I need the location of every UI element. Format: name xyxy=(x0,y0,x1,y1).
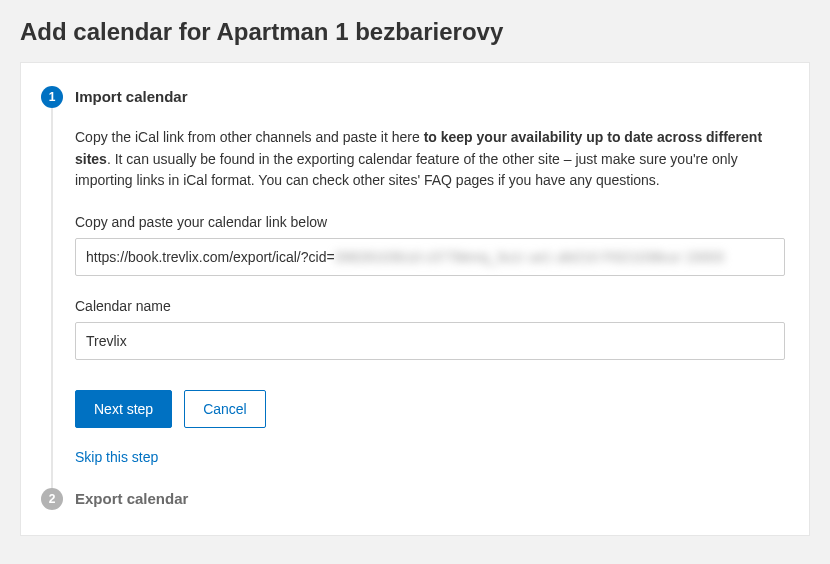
calendar-link-input[interactable]: https://book.trevlix.com/export/ical/?ci… xyxy=(75,238,785,276)
step-title-export: Export calendar xyxy=(75,490,785,507)
step-export: 2 Export calendar xyxy=(45,490,785,507)
step-import: 1 Import calendar Copy the iCal link fro… xyxy=(45,88,785,466)
wizard-card: 1 Import calendar Copy the iCal link fro… xyxy=(20,62,810,536)
button-row: Next step Cancel xyxy=(75,390,785,428)
step-connector-line xyxy=(51,108,53,500)
next-step-button[interactable]: Next step xyxy=(75,390,172,428)
calendar-name-input[interactable] xyxy=(75,322,785,360)
import-description: Copy the iCal link from other channels a… xyxy=(75,127,785,192)
page-title: Add calendar for Apartman 1 bezbarierovy xyxy=(20,18,810,46)
cancel-button[interactable]: Cancel xyxy=(184,390,266,428)
step-number-badge: 2 xyxy=(41,488,63,510)
url-visible-part: https://book.trevlix.com/export/ical/?ci… xyxy=(86,249,335,265)
step-import-body: Copy the iCal link from other channels a… xyxy=(75,105,785,466)
desc-text-post: . It can usually be found in the exporti… xyxy=(75,151,738,189)
calendar-link-label: Copy and paste your calendar link below xyxy=(75,214,785,230)
step-title-import: Import calendar xyxy=(75,88,785,105)
step-number-badge: 1 xyxy=(41,86,63,108)
skip-step-link[interactable]: Skip this step xyxy=(75,449,158,465)
desc-text-pre: Copy the iCal link from other channels a… xyxy=(75,129,424,145)
url-obscured-part: 39828103b1d c377bkmq_3u1r ue1 ubt210 FI0… xyxy=(335,249,724,265)
calendar-name-label: Calendar name xyxy=(75,298,785,314)
